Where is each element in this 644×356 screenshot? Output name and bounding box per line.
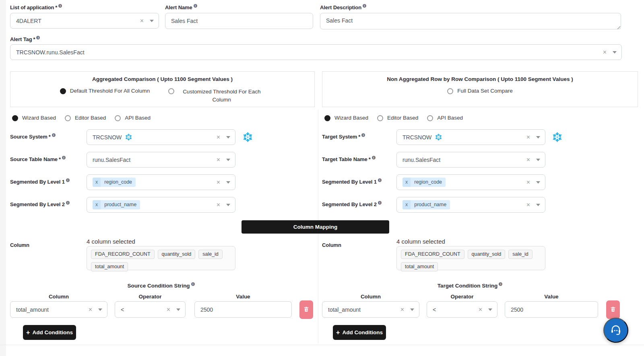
alert-tag-select[interactable]: TRCSNOW.runu.SalesFact ×: [10, 44, 622, 60]
radio-source-api-based[interactable]: API Based: [115, 115, 151, 121]
caret-down-icon[interactable]: [536, 159, 540, 161]
caret-down-icon[interactable]: [536, 181, 540, 184]
target-condition-value-input[interactable]: [505, 301, 598, 318]
info-icon[interactable]: [36, 36, 40, 39]
info-icon[interactable]: [372, 156, 376, 159]
info-icon[interactable]: [499, 282, 502, 286]
radio-icon[interactable]: [377, 115, 383, 121]
caret-down-icon[interactable]: [176, 308, 180, 311]
source-condition-value-header: Value: [194, 294, 292, 300]
clear-icon[interactable]: ×: [603, 49, 607, 56]
source-table-select[interactable]: runu.SalesFact ×: [87, 152, 235, 168]
target-table-select[interactable]: runu.SalesFact ×: [396, 152, 545, 168]
caret-down-icon[interactable]: [226, 136, 230, 139]
chip-remove-icon[interactable]: x: [402, 178, 411, 187]
source-condition-operator-header: Operator: [115, 294, 186, 300]
radio-selected-icon[interactable]: [12, 115, 18, 121]
caret-down-icon[interactable]: [410, 308, 414, 311]
clear-icon[interactable]: ×: [479, 306, 482, 313]
clear-icon[interactable]: ×: [526, 202, 530, 208]
alert-description-textarea[interactable]: Sales Fact: [320, 13, 621, 29]
info-icon[interactable]: [66, 178, 70, 182]
source-system-select-value: TRCSNOW: [93, 134, 122, 141]
radio-source-wizard-based[interactable]: Wizard Based: [12, 115, 56, 121]
chip-remove-icon[interactable]: x: [93, 178, 101, 187]
info-icon[interactable]: [66, 201, 70, 205]
source-add-conditions-button[interactable]: + Add Conditions: [23, 325, 76, 340]
alert-name-input[interactable]: [165, 13, 313, 29]
radio-target-wizard-based[interactable]: Wizard Based: [324, 115, 368, 121]
source-method-radios: Wizard Based Editor Based API Based: [12, 115, 151, 121]
target-condition-title: Target Condition String: [322, 282, 618, 289]
clear-icon[interactable]: ×: [217, 157, 220, 163]
source-condition-value-input[interactable]: [194, 301, 292, 318]
chip-remove-icon[interactable]: x: [402, 200, 411, 209]
target-condition-operator-select[interactable]: < ×: [427, 301, 497, 318]
clear-icon[interactable]: ×: [140, 18, 144, 24]
source-system-label: Source System*: [10, 133, 56, 140]
source-segment1-select[interactable]: xregion_code ×: [87, 174, 235, 190]
info-icon[interactable]: [361, 133, 365, 137]
page-left-margin: [0, 0, 6, 356]
radio-customized-threshold[interactable]: Customized Threshold For Each Column: [168, 88, 265, 104]
target-system-select[interactable]: TRCSNOW ×: [396, 129, 545, 145]
info-icon[interactable]: [363, 4, 366, 8]
caret-down-icon[interactable]: [536, 204, 540, 206]
clear-icon[interactable]: ×: [167, 306, 170, 313]
chat-support-button[interactable]: [603, 318, 628, 343]
clear-icon[interactable]: ×: [217, 179, 220, 186]
target-segment1-select[interactable]: xregion_code ×: [396, 174, 545, 190]
clear-icon[interactable]: ×: [89, 306, 92, 313]
caret-down-icon[interactable]: [536, 136, 540, 139]
caret-down-icon[interactable]: [226, 159, 230, 161]
alert-tag-select-value: TRCSNOW.runu.SalesFact: [16, 49, 603, 56]
info-icon[interactable]: [62, 156, 66, 159]
target-table-select-value: runu.SalesFact: [402, 157, 526, 163]
source-column-label: Column: [10, 242, 29, 248]
target-condition-delete-button[interactable]: [606, 300, 620, 319]
radio-default-threshold[interactable]: Default Threshold For All Column: [60, 88, 150, 104]
application-select[interactable]: 4DALERT ×: [10, 13, 159, 29]
info-icon[interactable]: [191, 282, 195, 286]
radio-icon[interactable]: [447, 88, 453, 94]
radio-target-api-based[interactable]: API Based: [427, 115, 463, 121]
target-add-conditions-button[interactable]: + Add Conditions: [333, 325, 386, 340]
radio-source-editor-based[interactable]: Editor Based: [65, 115, 106, 121]
info-icon[interactable]: [58, 4, 62, 8]
clear-icon[interactable]: ×: [217, 202, 220, 208]
snowflake-icon: [242, 132, 253, 143]
target-segment2-select[interactable]: xproduct_name ×: [396, 197, 545, 213]
source-condition-operator-select[interactable]: < ×: [115, 301, 186, 318]
info-icon[interactable]: [52, 133, 56, 137]
caret-down-icon[interactable]: [613, 51, 617, 54]
radio-icon[interactable]: [427, 115, 433, 121]
radio-icon[interactable]: [115, 115, 121, 121]
caret-down-icon[interactable]: [98, 308, 102, 311]
info-icon[interactable]: [378, 201, 382, 205]
caret-down-icon[interactable]: [226, 204, 230, 206]
alert-tag-label: Alert Tag*: [10, 36, 40, 42]
radio-selected-icon[interactable]: [324, 115, 330, 121]
radio-full-data-set-compare[interactable]: Full Data Set Compare: [447, 88, 512, 94]
clear-icon[interactable]: ×: [526, 179, 530, 186]
chip-remove-icon[interactable]: x: [93, 200, 101, 209]
source-condition-delete-button[interactable]: [299, 300, 313, 319]
radio-icon[interactable]: [65, 115, 71, 121]
info-icon[interactable]: [378, 178, 382, 182]
radio-selected-icon[interactable]: [60, 88, 66, 94]
source-segment2-select[interactable]: xproduct_name ×: [87, 197, 235, 213]
clear-icon[interactable]: ×: [400, 306, 404, 313]
caret-down-icon[interactable]: [226, 181, 230, 184]
caret-down-icon[interactable]: [150, 20, 154, 22]
source-condition-column-select[interactable]: total_amount ×: [10, 301, 107, 318]
radio-icon[interactable]: [168, 88, 174, 94]
clear-icon[interactable]: ×: [526, 157, 530, 163]
target-condition-column-select[interactable]: total_amount ×: [322, 301, 419, 318]
caret-down-icon[interactable]: [488, 308, 492, 311]
clear-icon[interactable]: ×: [526, 134, 530, 141]
clear-icon[interactable]: ×: [217, 134, 220, 141]
radio-target-editor-based[interactable]: Editor Based: [377, 115, 418, 121]
target-system-select-value: TRCSNOW: [402, 134, 431, 141]
info-icon[interactable]: [194, 4, 197, 8]
source-system-select[interactable]: TRCSNOW ×: [87, 129, 235, 145]
